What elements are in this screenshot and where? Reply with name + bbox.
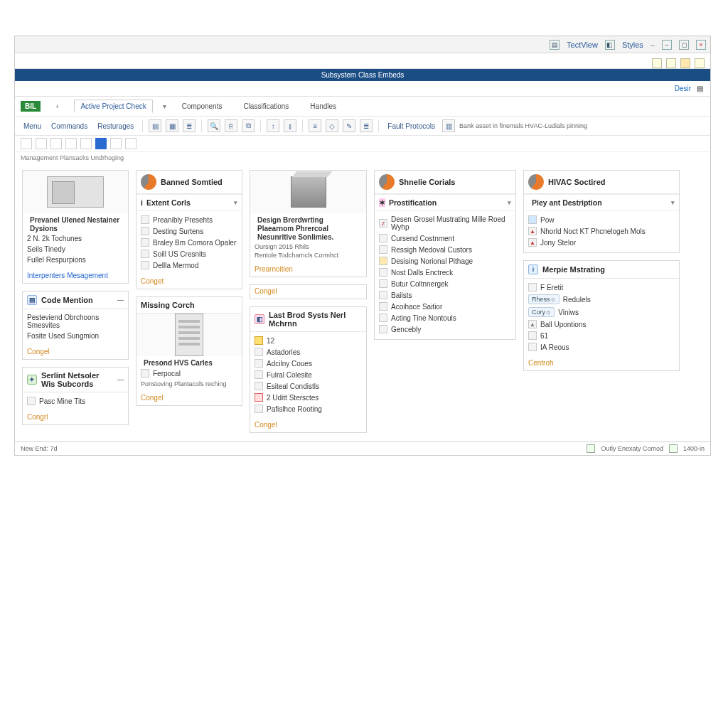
list-item[interactable]: Preanibly Presehts (141, 214, 237, 225)
tool-align-icon[interactable]: ≡ (309, 119, 321, 132)
maximize-button[interactable]: ◻ (679, 40, 689, 50)
list-item[interactable]: F Eretit (528, 282, 675, 293)
breadcrumb-icon[interactable]: ▤ (697, 85, 703, 92)
tab-handles[interactable]: Handles (304, 100, 342, 112)
palette-icon[interactable]: ◧ (605, 40, 615, 50)
tool-grid-icon[interactable]: ▦ (166, 119, 178, 132)
card-header[interactable]: ◧ Last Brod Systs Nerl Mchrnn (250, 307, 366, 332)
card-footer-link[interactable]: Conget (136, 275, 242, 289)
list-item[interactable]: Fullel Respurpions (27, 255, 124, 265)
ir-7[interactable] (110, 138, 122, 149)
list-item[interactable]: Pafislhce Rooting (255, 403, 362, 414)
doc-icon[interactable]: ▤ (550, 40, 560, 50)
card-subheader[interactable]: i Extent Corls ▾ (136, 194, 242, 211)
ir-3[interactable] (50, 138, 62, 149)
quick-icon-2[interactable] (666, 58, 676, 68)
pill-button[interactable]: Rhess☼ (528, 294, 560, 304)
list-item[interactable]: Ressigh Medoval Custors (379, 244, 511, 255)
card-footer-link[interactable]: Congel (23, 346, 128, 359)
tool-copy-icon[interactable]: ⧉ (242, 119, 255, 132)
zoom-icon[interactable] (669, 444, 678, 453)
list-item[interactable]: Bailsts (379, 289, 511, 301)
list-item[interactable]: IA Reous (528, 341, 675, 353)
card-footer-link[interactable]: Congrl (23, 411, 128, 424)
tool-link-icon[interactable]: ✎ (343, 119, 355, 132)
card-header[interactable]: i Merpie Mstrating (524, 261, 679, 279)
list-item[interactable]: Seils Tinedy (27, 244, 124, 255)
list-item[interactable]: Fulral Colesite (255, 369, 362, 380)
list-item[interactable]: Nost Dalls Enctreck (379, 267, 511, 278)
card-footer-link[interactable]: Interpenters Mesagement (23, 269, 128, 283)
ir-4[interactable] (65, 138, 77, 149)
list-item[interactable]: ▲Jony Stelor (528, 237, 675, 248)
close-button[interactable]: × (696, 40, 706, 50)
tab-components[interactable]: Components (176, 100, 228, 112)
list-item[interactable]: Desting Surtens (141, 225, 237, 237)
list-item[interactable]: Pasc Mine Tits (27, 395, 124, 407)
minimize-button[interactable]: – (662, 40, 672, 50)
list-item[interactable]: ▲Ball Upontions (528, 318, 675, 330)
card-subheader[interactable]: ✶ Prostification ▾ (375, 194, 515, 211)
list-item[interactable]: 2 Uditt Stersctes (255, 392, 362, 403)
pill-button[interactable]: Cory☼ (528, 307, 555, 317)
back-button[interactable]: ‹ (50, 100, 64, 112)
card-footer-link[interactable]: Prearnoitien (250, 263, 366, 277)
ir-5[interactable] (80, 138, 92, 149)
card-footer-link[interactable]: Centroh (524, 357, 679, 370)
ir-6-active[interactable] (95, 138, 107, 149)
card-header[interactable]: ✦ Serlint Netsoler Wis Subcords — (23, 368, 128, 392)
list-item[interactable]: Gencebly (379, 323, 511, 335)
tool-book-icon[interactable]: ▥ (442, 119, 455, 132)
card-footer-link[interactable]: Congel (250, 285, 366, 299)
list-item[interactable]: Pesteviend Obrchoons Smesvites (27, 312, 124, 331)
card-header[interactable]: ▤ Code Mention — (23, 291, 128, 309)
list-item[interactable]: 2 N. 2k Tochunes (27, 233, 124, 244)
quick-icon-1[interactable] (652, 58, 662, 68)
quick-icon-4[interactable] (695, 58, 705, 68)
list-item[interactable]: Butur Coltnnergek (379, 278, 511, 289)
list-item[interactable]: Dellla Mermod (141, 259, 237, 271)
list-item[interactable]: Pow (528, 214, 675, 225)
list-item[interactable]: Braley Bm Comora Opaler (141, 237, 237, 248)
list-item[interactable]: Ferpocal (141, 368, 237, 379)
list-item[interactable]: Cory☼Viniws (528, 306, 675, 318)
tool-search-icon[interactable]: 🔍 (208, 119, 220, 132)
tab-active-project[interactable]: Active Project Check (74, 100, 152, 113)
card-header[interactable]: HIVAC Soctired (524, 171, 679, 194)
breadcrumb-link[interactable]: Desir (675, 85, 691, 92)
quick-icon-3[interactable] (680, 58, 690, 68)
list-item[interactable]: Esiteal Condistls (255, 380, 362, 392)
list-item[interactable]: Rhess☼Redulels (528, 293, 675, 306)
list-item[interactable]: Acoihace Saitior (379, 301, 511, 312)
tool-sort-icon[interactable]: ↕ (267, 119, 279, 132)
ir-8[interactable] (125, 138, 136, 149)
tool-filter-icon[interactable]: ⫿ (284, 119, 296, 132)
status-bar: New End: 7d Outly Enexaty Comod 1400-in (15, 441, 710, 455)
card-header[interactable]: Banned Somtied (136, 171, 242, 194)
tool-tag-icon[interactable]: ◇ (326, 119, 338, 132)
toolbar-fault-label[interactable]: Fault Protocols (385, 122, 438, 130)
list-item[interactable]: ▲Nhorld Noct KT Phcnelogeh Mols (528, 225, 675, 237)
card-footer-link[interactable]: Congel (136, 392, 242, 405)
list-item[interactable]: Soill US Cresnits (141, 248, 237, 259)
ir-2[interactable] (36, 138, 47, 149)
tool-doc-icon[interactable]: ▤ (149, 119, 161, 132)
app-badge[interactable]: BIL (21, 101, 41, 112)
tool-more-icon[interactable]: ≣ (360, 119, 373, 132)
card-header[interactable]: Shnelie Corials (375, 171, 515, 194)
list-item[interactable]: Astadories (255, 346, 362, 358)
ir-1[interactable] (21, 138, 32, 149)
list-item[interactable]: Fosite Used Sungmion (27, 331, 124, 341)
list-item[interactable]: 61 (528, 330, 675, 341)
tool-paste-icon[interactable]: ⎘ (225, 119, 237, 132)
tool-list-icon[interactable]: ≣ (183, 119, 196, 132)
tab-classifications[interactable]: Classifications (237, 100, 294, 112)
list-item[interactable]: Adcilny Coues (255, 358, 362, 369)
list-item[interactable]: 12 (255, 335, 362, 346)
card-subheader[interactable]: Piey ant Destription ▾ (524, 194, 679, 211)
list-item[interactable]: Acting Tine Nontouls (379, 312, 511, 323)
list-item[interactable]: Cursend Costnment (379, 232, 511, 244)
card-footer-link[interactable]: Congel (250, 419, 366, 432)
list-item[interactable]: Desising Norional Pithage (379, 255, 511, 267)
list-item[interactable]: ZDesen Grosel Mustrating Mille Roed Wyhp (379, 214, 511, 232)
